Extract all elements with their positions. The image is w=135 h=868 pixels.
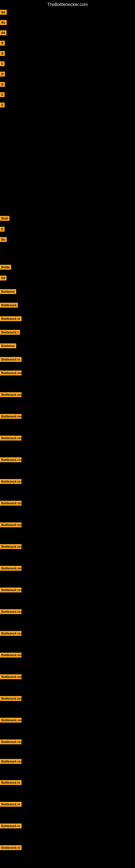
item-badge-41[interactable]: Bottleneck res [0,759,21,764]
list-item: Bottleneck re [0,355,135,364]
item-badge-1[interactable]: Bo [0,10,7,14]
item-badge-15[interactable]: Bottle [0,265,11,270]
list-item: B [0,39,135,47]
list-item: Bottleneck res [0,757,135,766]
item-badge-30[interactable]: Bottleneck resu [0,522,21,527]
item-badge-20[interactable]: Bottleneck r [0,330,20,335]
item-badge-26[interactable]: Bottleneck resu [0,436,21,440]
list-item: Bottleneck resu [0,651,135,659]
item-badge-21[interactable]: Bottlenec [0,343,16,348]
item-badge-29[interactable]: Bottleneck resu [0,501,21,506]
item-badge-27[interactable]: Bottleneck resu [0,457,21,462]
item-badge-5[interactable]: B [0,51,5,56]
item-badge-22[interactable]: Bottleneck re [0,357,21,362]
item-badge-34[interactable]: Bottleneck resu [0,609,21,614]
list-item: Bottleneck resu [0,694,135,703]
item-badge-14[interactable]: Bo [0,237,7,242]
item-badge-45[interactable]: Bottleneck re [0,845,21,850]
item-badge-16[interactable]: B4 [0,276,6,280]
list-item: Bottleneck re [0,315,135,323]
list-item: Bottleneck [0,301,135,309]
list-item: E [0,225,135,233]
list-item: Bottleneck resu [0,412,135,421]
list-item: Bottleneck r [0,328,135,336]
item-badge-3[interactable]: B4 [0,30,6,35]
list-item: Bottleneck resu [0,477,135,486]
list-item: Bottleneck resu [0,456,135,464]
list-item: Bottleneck resu [0,521,135,529]
list-item: B [0,70,135,78]
list-item: B4 [0,29,135,37]
item-badge-10[interactable]: E [0,102,5,107]
list-item: Bottleneck re [0,844,135,852]
item-badge-36[interactable]: Bottleneck resu [0,653,21,657]
item-badge-43[interactable]: Bottleneck re [0,802,21,807]
item-badge-25[interactable]: Bottleneck resu [0,414,21,419]
list-item: Bottleneck resu [0,608,135,616]
list-item: Bottleneck resu [0,499,135,507]
list-item: E [0,60,135,68]
list-item: Bottl [0,214,135,222]
item-badge-24[interactable]: Bottleneck resu [0,392,21,397]
list-item: Bo [0,8,135,16]
item-badge-37[interactable]: Bottleneck resu [0,674,21,679]
list-item: Bottleneck resu [0,434,135,442]
item-badge-18[interactable]: Bottleneck [0,303,18,308]
list-item: E [0,91,135,99]
list-item: Bottleneck re [0,778,135,786]
list-item: B4 [0,274,135,282]
list-item: Bottleneck resu [0,673,135,681]
list-item: Bottle [0,263,135,271]
list-item: B [0,50,135,58]
item-badge-38[interactable]: Bottleneck resu [0,696,21,701]
item-badge-4[interactable]: B [0,41,5,45]
list-item: Bottleneck re [0,800,135,808]
list-item: Bottlenec [0,342,135,350]
item-badge-42[interactable]: Bottleneck re [0,780,21,785]
item-badge-28[interactable]: Bottleneck resu [0,479,21,484]
list-item: Bottleneck resu [0,369,135,377]
item-badge-12[interactable]: Bottl [0,216,9,221]
item-badge-2[interactable]: Bo [0,20,7,25]
item-badge-35[interactable]: Bottleneck resu [0,631,21,636]
list-item: Bottleneck resu [0,542,135,551]
list-item: Bo [0,236,135,244]
item-badge-13[interactable]: E [0,227,5,231]
list-item: Bottleneck resu [0,564,135,572]
list-item: Bottlenec [0,287,135,296]
list-item: Bottleneck resu [0,629,135,638]
list-item: Bottleneck re [0,822,135,830]
item-badge-44[interactable]: Bottleneck re [0,824,21,828]
item-badge-31[interactable]: Bottleneck resu [0,544,21,549]
item-badge-33[interactable]: Bottleneck resu [0,588,21,592]
item-badge-8[interactable]: B [0,82,5,87]
list-item: Bottleneck resu [0,391,135,399]
item-badge-19[interactable]: Bottleneck re [0,316,21,321]
item-badge-7[interactable]: B [0,72,5,76]
item-badge-9[interactable]: E [0,92,5,97]
list-item: E [0,101,135,109]
item-badge-17[interactable]: Bottlenec [0,289,16,294]
item-badge-23[interactable]: Bottleneck resu [0,371,21,375]
item-badge-6[interactable]: E [0,61,5,66]
list-item: B [0,80,135,88]
item-badge-39[interactable]: Bottleneck resu [0,718,21,723]
list-item: Bo [0,19,135,27]
list-item: Bottleneck resu [0,586,135,594]
item-badge-32[interactable]: Bottleneck resu [0,566,21,571]
item-badge-40[interactable]: Bottleneck resu [0,739,21,744]
list-item: Bottleneck resu [0,738,135,746]
list-item: Bottleneck resu [0,716,135,724]
